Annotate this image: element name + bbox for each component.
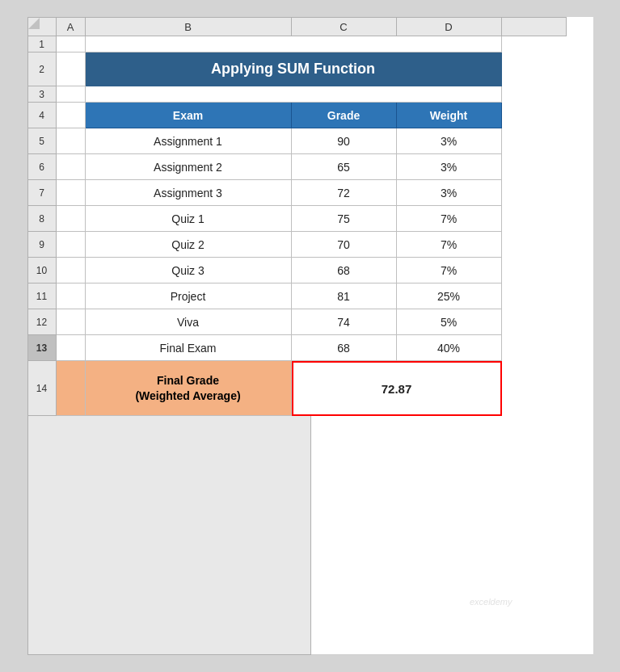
row-header-10: 10 [27,258,57,284]
cell-7d-weight[interactable]: 3% [397,180,502,206]
row-12: 12 Viva 74 5% [27,309,593,335]
row-6: 6 Assignment 2 65 3% [27,154,593,180]
cell-6d-weight[interactable]: 3% [397,154,502,180]
cell-12d-weight[interactable]: 5% [397,309,502,335]
cell-14a [57,361,86,416]
watermark: exceldemy [470,597,512,607]
cell-8c-grade[interactable]: 75 [292,206,397,232]
cell-3e [502,86,567,103]
row-header-14: 14 [27,361,57,416]
cell-11a[interactable] [57,284,86,309]
cell-6e [502,154,567,180]
cell-9d-weight[interactable]: 7% [397,232,502,258]
cell-2a[interactable] [57,52,86,86]
row-3: 3 [27,86,593,103]
cell-10e [502,258,567,284]
svg-marker-0 [28,18,40,29]
row-13: 13 Final Exam 68 40% [27,335,593,361]
cell-10c-grade[interactable]: 68 [292,258,397,284]
row-7: 7 Assignment 3 72 3% [27,180,593,206]
cell-7b-exam[interactable]: Assignment 3 [86,180,292,206]
row-header-2: 2 [27,52,57,86]
cell-5e [502,128,567,154]
header-exam: Exam [86,103,292,128]
row-14: 14 Final Grade (Weighted Average) 72.87 [27,361,593,416]
cell-13c-grade[interactable]: 68 [292,335,397,361]
cell-13e [502,335,567,361]
cell-1b[interactable] [86,36,502,52]
row-15 [27,416,593,655]
cell-5a[interactable] [57,128,86,154]
row-8: 8 Quiz 1 75 7% [27,206,593,232]
cell-9c-grade[interactable]: 70 [292,232,397,258]
cell-12b-exam[interactable]: Viva [86,309,292,335]
row-header-5: 5 [27,128,57,154]
col-header-c: C [292,17,397,36]
cell-8d-weight[interactable]: 7% [397,206,502,232]
col-header-a: A [57,17,86,36]
cell-12e [502,309,567,335]
corner-cell [27,17,57,36]
cell-5d-weight[interactable]: 3% [397,128,502,154]
row-2: 2 Applying SUM Function [27,52,593,86]
cell-3a[interactable] [57,86,86,103]
row-9: 9 Quiz 2 70 7% [27,232,593,258]
cell-8e [502,206,567,232]
cell-6b-exam[interactable]: Assignment 2 [86,154,292,180]
row-1: 1 [27,36,593,52]
row-header-1: 1 [27,36,57,52]
row-header-4: 4 [27,103,57,128]
cell-11b-exam[interactable]: Project [86,284,292,309]
col-header-b: B [86,17,292,36]
cell-9b-exam[interactable]: Quiz 2 [86,232,292,258]
cell-6a[interactable] [57,154,86,180]
cell-4a[interactable] [57,103,86,128]
cell-13d-weight[interactable]: 40% [397,335,502,361]
col-header-d: D [397,17,502,36]
row-4: 4 Exam Grade Weight [27,103,593,128]
cell-12c-grade[interactable]: 74 [292,309,397,335]
cell-7e [502,180,567,206]
row-header-7: 7 [27,180,57,206]
cell-10b-exam[interactable]: Quiz 3 [86,258,292,284]
cell-5b-exam[interactable]: Assignment 1 [86,128,292,154]
cell-7a[interactable] [57,180,86,206]
cell-14e [502,361,567,416]
row-header-9: 9 [27,232,57,258]
cell-10a[interactable] [57,258,86,284]
cell-1a[interactable] [57,36,86,52]
col-header-e [502,17,567,36]
title-cell: Applying SUM Function [86,52,502,86]
cell-3b[interactable] [86,86,502,103]
cell-8b-exam[interactable]: Quiz 1 [86,206,292,232]
cell-4e [502,103,567,128]
final-grade-value: 72.87 [292,361,502,416]
row-header-12: 12 [27,309,57,335]
cell-13a[interactable] [57,335,86,361]
spreadsheet: A B C D 1 2 Applying SUM Function 3 [27,17,593,655]
cell-10d-weight[interactable]: 7% [397,258,502,284]
cell-11d-weight[interactable]: 25% [397,284,502,309]
cell-8a[interactable] [57,206,86,232]
cell-9e [502,232,567,258]
row-header-3: 3 [27,86,57,103]
grid: A B C D 1 2 Applying SUM Function 3 [27,17,593,655]
cell-12a[interactable] [57,309,86,335]
cell-7c-grade[interactable]: 72 [292,180,397,206]
cell-11c-grade[interactable]: 81 [292,284,397,309]
row-10: 10 Quiz 3 68 7% [27,258,593,284]
column-headers: A B C D [27,17,593,36]
row-5: 5 Assignment 1 90 3% [27,128,593,154]
cell-2e [502,52,567,86]
row-header-13: 13 [27,335,57,361]
header-grade: Grade [292,103,397,128]
cell-5c-grade[interactable]: 90 [292,128,397,154]
cell-11e [502,284,567,309]
cell-1e [502,36,567,52]
cell-13b-exam[interactable]: Final Exam [86,335,292,361]
final-grade-label: Final Grade (Weighted Average) [86,361,292,416]
cell-9a[interactable] [57,232,86,258]
row-11: 11 Project 81 25% [27,284,593,309]
row-header-8: 8 [27,206,57,232]
cell-6c-grade[interactable]: 65 [292,154,397,180]
